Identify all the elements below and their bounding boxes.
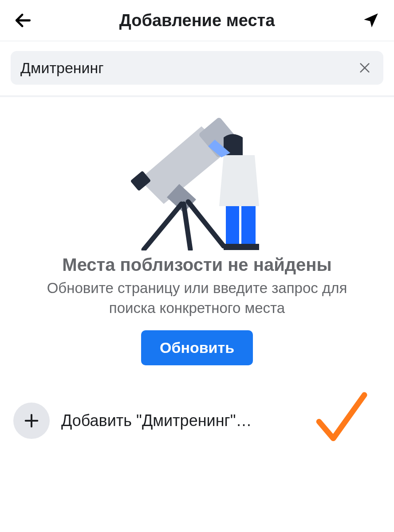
page-title: Добавление места [35, 11, 359, 30]
location-arrow-icon [362, 11, 380, 30]
empty-title: Места поблизости не найдены [62, 255, 331, 275]
refresh-button[interactable]: Обновить [141, 330, 253, 365]
annotation-checkmark [310, 387, 372, 451]
telescope-icon [113, 113, 281, 250]
close-icon [358, 61, 372, 75]
search-field[interactable] [11, 51, 383, 85]
svg-line-5 [144, 204, 181, 250]
back-button[interactable] [11, 8, 35, 33]
add-place-row[interactable]: Добавить "Дмитренинг"… [0, 392, 394, 450]
empty-subtitle: Обновите страницу или введите запрос для… [24, 278, 370, 318]
add-icon-chip [13, 403, 50, 439]
svg-rect-9 [240, 244, 259, 250]
header: Добавление места [0, 0, 394, 41]
search-container [0, 41, 394, 95]
back-arrow-icon [13, 11, 33, 30]
add-place-label: Добавить "Дмитренинг"… [61, 411, 252, 430]
svg-rect-8 [224, 244, 242, 250]
empty-state: Места поблизости не найдены Обновите стр… [0, 97, 394, 365]
search-input[interactable] [20, 59, 356, 77]
telescope-illustration [113, 113, 281, 250]
location-button[interactable] [359, 8, 383, 33]
clear-search-button[interactable] [356, 59, 374, 77]
plus-icon [23, 412, 40, 430]
svg-line-7 [188, 202, 224, 246]
svg-line-6 [184, 204, 190, 250]
checkmark-icon [310, 387, 372, 450]
